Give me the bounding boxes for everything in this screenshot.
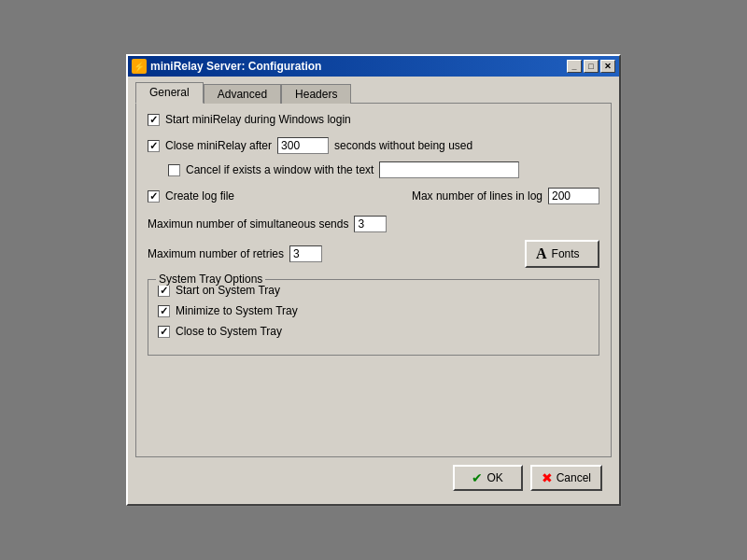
close-tray-checkbox[interactable] [158, 326, 170, 338]
start-login-label: Start miniRelay during Windows login [165, 113, 351, 126]
close-after-suffix: seconds without being used [334, 139, 472, 152]
max-sends-input[interactable] [354, 216, 387, 232]
max-lines-label: Max number of lines in log [412, 189, 543, 203]
close-button[interactable]: ✕ [600, 60, 615, 73]
cancel-button[interactable]: ✖ Cancel [530, 465, 602, 491]
main-window: ⚡ miniRelay Server: Configuration _ □ ✕ … [126, 54, 621, 506]
cancel-window-label: Cancel if exists a window with the text [186, 163, 374, 176]
ok-button[interactable]: ✔ OK [453, 465, 523, 491]
window-title: miniRelay Server: Configuration [150, 60, 321, 73]
max-sends-row: Maximun number of simultaneous sends [148, 216, 599, 232]
titlebar-buttons: _ □ ✕ [567, 60, 615, 73]
max-retries-input[interactable] [289, 245, 322, 262]
start-tray-label: Start on System Tray [176, 284, 280, 297]
titlebar: ⚡ miniRelay Server: Configuration _ □ ✕ [128, 56, 619, 77]
fonts-icon: A [536, 245, 547, 262]
close-after-label: Close miniRelay after [165, 139, 272, 152]
create-log-label: Create log file [165, 189, 234, 203]
minimize-tray-label: Minimize to System Tray [176, 304, 298, 317]
ok-label: OK [486, 471, 502, 484]
fonts-label: Fonts [552, 247, 580, 260]
ok-icon: ✔ [472, 470, 483, 485]
cancel-label: Cancel [557, 471, 591, 484]
start-tray-row: Start on System Tray [158, 284, 589, 297]
fonts-button[interactable]: A Fonts [525, 240, 599, 268]
max-lines-input[interactable] [548, 188, 599, 204]
minimize-button[interactable]: _ [567, 60, 582, 73]
cancel-icon: ✖ [542, 470, 553, 485]
create-log-row: Create log file Max number of lines in l… [148, 188, 599, 204]
tab-content-general: Start miniRelay during Windows login Clo… [135, 103, 612, 457]
system-tray-group-label: System Tray Options [156, 273, 265, 286]
create-log-checkbox[interactable] [148, 190, 160, 203]
cancel-window-row: Cancel if exists a window with the text [168, 161, 599, 178]
cancel-window-input[interactable] [379, 161, 519, 178]
minimize-tray-checkbox[interactable] [158, 305, 170, 317]
max-retries-label: Maximum number of retries [148, 247, 284, 260]
max-retries-row: Maximum number of retries A Fonts [148, 240, 599, 268]
close-tray-row: Close to System Tray [158, 325, 589, 338]
close-after-row: Close miniRelay after seconds without be… [148, 137, 599, 154]
dialog-content: General Advanced Headers Start miniRelay… [128, 77, 619, 504]
tab-general[interactable]: General [135, 82, 204, 104]
cancel-window-checkbox[interactable] [168, 164, 180, 176]
start-login-row: Start miniRelay during Windows login [148, 113, 599, 126]
system-tray-group: System Tray Options Start on System Tray… [148, 279, 599, 356]
restore-button[interactable]: □ [584, 60, 599, 73]
app-icon: ⚡ [132, 59, 147, 74]
tab-bar: General Advanced Headers [135, 82, 612, 104]
start-login-checkbox[interactable] [148, 114, 160, 126]
titlebar-left: ⚡ miniRelay Server: Configuration [132, 59, 321, 74]
max-sends-label: Maximun number of simultaneous sends [148, 217, 348, 231]
tab-headers[interactable]: Headers [281, 84, 351, 104]
minimize-tray-row: Minimize to System Tray [158, 304, 589, 317]
footer-buttons: ✔ OK ✖ Cancel [135, 457, 612, 497]
start-tray-checkbox[interactable] [158, 285, 170, 297]
tab-advanced[interactable]: Advanced [204, 84, 281, 104]
close-tray-label: Close to System Tray [176, 325, 282, 338]
close-after-checkbox[interactable] [148, 140, 160, 152]
close-after-input[interactable] [277, 137, 329, 154]
